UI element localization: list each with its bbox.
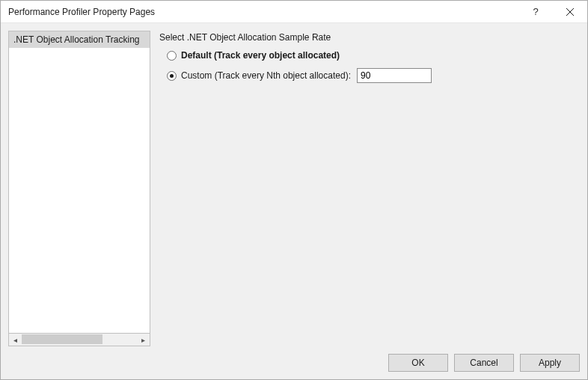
cancel-button-label: Cancel bbox=[470, 358, 497, 368]
sidebar-item-label: .NET Object Allocation Tracking bbox=[13, 34, 140, 45]
sidebar: .NET Object Allocation Tracking ◂ ▸ bbox=[8, 31, 150, 346]
apply-button-label: Apply bbox=[539, 358, 561, 368]
scroll-left-button[interactable]: ◂ bbox=[9, 334, 22, 346]
dialog-body: .NET Object Allocation Tracking ◂ ▸ Sele… bbox=[1, 23, 587, 346]
cancel-button[interactable]: Cancel bbox=[454, 354, 514, 372]
radio-default-label: Default (Track every object allocated) bbox=[181, 50, 340, 61]
dialog-footer: OK Cancel Apply bbox=[1, 346, 587, 379]
sidebar-list[interactable]: .NET Object Allocation Tracking bbox=[8, 31, 150, 334]
help-button[interactable]: ? bbox=[518, 1, 553, 23]
titlebar: Performance Profiler Property Pages ? bbox=[1, 1, 587, 23]
custom-nth-input[interactable] bbox=[357, 68, 432, 83]
ok-button-label: OK bbox=[411, 358, 424, 368]
radio-dot-icon bbox=[170, 74, 174, 78]
dialog-window: Performance Profiler Property Pages ? .N… bbox=[0, 0, 588, 380]
main-panel: Select .NET Object Allocation Sample Rat… bbox=[156, 31, 580, 346]
ok-button[interactable]: OK bbox=[388, 354, 448, 372]
dialog-title: Performance Profiler Property Pages bbox=[8, 7, 518, 17]
chevron-left-icon: ◂ bbox=[13, 336, 17, 344]
scroll-right-button[interactable]: ▸ bbox=[137, 334, 150, 346]
section-heading: Select .NET Object Allocation Sample Rat… bbox=[159, 32, 577, 43]
option-custom-row[interactable]: Custom (Track every Nth object allocated… bbox=[167, 68, 577, 83]
scroll-track[interactable] bbox=[22, 334, 137, 346]
radio-default[interactable] bbox=[167, 51, 177, 61]
close-icon bbox=[566, 8, 574, 16]
sidebar-horizontal-scrollbar[interactable]: ◂ ▸ bbox=[8, 334, 150, 346]
help-icon: ? bbox=[533, 6, 538, 17]
apply-button[interactable]: Apply bbox=[520, 354, 580, 372]
scroll-thumb[interactable] bbox=[22, 334, 102, 344]
chevron-right-icon: ▸ bbox=[141, 336, 145, 344]
close-button[interactable] bbox=[553, 1, 587, 23]
option-default-row[interactable]: Default (Track every object allocated) bbox=[167, 50, 577, 61]
radio-custom-label: Custom (Track every Nth object allocated… bbox=[181, 70, 351, 81]
sidebar-item-net-object-allocation-tracking[interactable]: .NET Object Allocation Tracking bbox=[9, 31, 150, 48]
radio-custom[interactable] bbox=[167, 71, 177, 81]
